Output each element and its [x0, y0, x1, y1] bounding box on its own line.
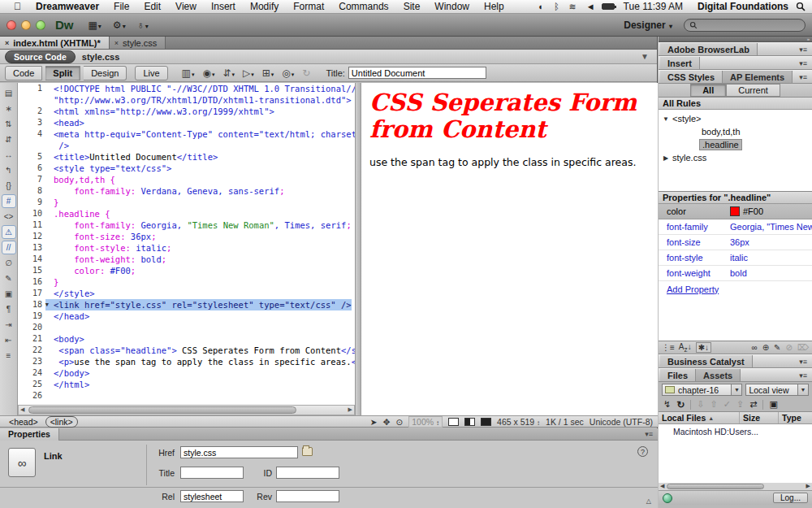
add-property-link[interactable]: Add Property [659, 281, 812, 297]
zoom-window-button[interactable] [36, 20, 45, 30]
code-horizontal-scrollbar[interactable]: ◀ ▶ [18, 405, 355, 415]
split-view-button[interactable]: Split [45, 66, 80, 80]
property-name[interactable]: font-weight [659, 268, 730, 278]
preview-in-browser-icon[interactable]: ◉▾ [198, 67, 218, 79]
collapse-selection-icon[interactable]: ⇵ [2, 132, 16, 146]
code-line[interactable]: 22 <span class="headline"> CSS Seperates… [18, 345, 355, 356]
code-line[interactable]: 14 font-weight: bold; [18, 254, 355, 265]
refresh-design-view-icon[interactable]: ↻ [298, 67, 314, 79]
browserlab-tab[interactable]: Adobe BrowserLab [660, 43, 758, 55]
wifi-icon[interactable]: ≋ [564, 2, 581, 12]
outdent-code-icon[interactable]: ⇤ [2, 333, 16, 347]
property-name[interactable]: color [659, 206, 730, 216]
menu-site[interactable]: Site [396, 1, 428, 12]
property-value[interactable]: #F00 [730, 206, 763, 216]
scroll-right-icon[interactable]: ▶ [348, 406, 352, 413]
connect-to-remote-icon[interactable]: ↯ [663, 399, 671, 410]
property-name[interactable]: font-size [659, 237, 730, 247]
code-view-icon[interactable] [448, 418, 459, 426]
code-line[interactable]: 19</head> [18, 310, 355, 322]
show-list-view-icon[interactable]: Az↓ [679, 342, 692, 354]
tag-selector-link[interactable]: <link> [45, 416, 78, 428]
properties-tab[interactable]: Properties [0, 428, 59, 441]
menu-modify[interactable]: Modify [243, 1, 286, 12]
tab-assets[interactable]: Assets [696, 369, 741, 381]
layout-switcher-icon[interactable]: ▦▾ [85, 19, 105, 32]
browserlab-panel-header[interactable]: Adobe BrowserLab ▾≡ [659, 42, 812, 56]
menu-view[interactable]: View [168, 1, 204, 12]
menu-file[interactable]: File [106, 1, 136, 12]
code-view[interactable]: 1<!DOCTYPE html PUBLIC "-//W3C//DTD XHTM… [18, 83, 355, 405]
time-machine-icon[interactable]: ◐ [533, 2, 549, 11]
tab-index-html[interactable]: × index.html (XHTML)* [0, 37, 110, 49]
column-local-files[interactable]: Local Files▲ [659, 412, 740, 423]
syntax-error-alerts-icon[interactable]: ⚠ [2, 225, 16, 239]
css-property-row[interactable]: font-size36px [659, 235, 812, 250]
highlight-invalid-code-icon[interactable]: <> [2, 210, 16, 224]
color-swatch[interactable] [730, 206, 740, 216]
check-out-files-icon[interactable]: ✓ [723, 399, 731, 410]
property-value[interactable]: bold [730, 268, 747, 278]
column-type[interactable]: Type [779, 412, 812, 423]
property-name[interactable]: font-family [659, 222, 730, 232]
window-size-select[interactable]: 465 x 519 ↕ [497, 417, 540, 427]
business-catalyst-tab[interactable]: Business Catalyst [660, 355, 753, 367]
insert-tab[interactable]: Insert [660, 57, 700, 69]
close-window-button[interactable] [6, 20, 16, 30]
property-value[interactable]: Georgia, "Times New Rom... [730, 222, 812, 232]
business-catalyst-panel-header[interactable]: Business Catalyst ▾≡ [659, 354, 812, 368]
live-view-options-icon[interactable]: ▷▾ [239, 67, 258, 79]
menubar-user[interactable]: Digital Foundations [690, 1, 796, 12]
spotlight-icon[interactable] [796, 2, 806, 11]
related-file-style-css[interactable]: style.css [82, 52, 119, 62]
close-tab-icon[interactable]: × [114, 39, 119, 47]
multiscreen-preview-icon[interactable]: ▥▾ [178, 67, 199, 79]
tab-ap-elements[interactable]: AP Elements [723, 71, 793, 83]
get-files-icon[interactable]: ⇩ [697, 399, 704, 410]
code-design-splitter[interactable] [355, 83, 361, 415]
show-category-view-icon[interactable]: ⋮≡ [662, 343, 675, 352]
code-line[interactable]: 1<!DOCTYPE html PUBLIC "-//W3C//DTD XHTM… [18, 83, 355, 94]
css-property-row[interactable]: color#F00 [659, 204, 812, 219]
open-documents-icon[interactable]: ▤ [2, 86, 16, 100]
css-property-row[interactable]: font-styleitalic [659, 250, 812, 266]
tree-toggle-icon[interactable]: ▶ [662, 154, 670, 162]
code-line[interactable]: 7body,td,th { [18, 174, 355, 185]
menu-insert[interactable]: Insert [204, 1, 243, 12]
title-input[interactable] [180, 467, 244, 479]
app-search-input[interactable] [684, 19, 806, 32]
apple-menu-icon[interactable]:  [6, 1, 28, 12]
code-line[interactable]: 15 color: #F00; [18, 265, 355, 276]
id-input[interactable] [276, 467, 339, 479]
code-line[interactable]: 8 font-family: Verdana, Geneva, sans-ser… [18, 185, 355, 197]
code-line[interactable]: /> [18, 140, 355, 151]
menu-window[interactable]: Window [427, 1, 477, 12]
code-line[interactable]: 10.headline { [18, 208, 355, 219]
help-icon[interactable]: ? [637, 446, 648, 457]
visual-aids-icon[interactable]: ◎▾ [278, 67, 298, 79]
recent-snippets-icon[interactable]: ▣ [2, 287, 16, 301]
new-css-rule-icon[interactable]: ⊕ [762, 343, 769, 352]
file-management-icon[interactable]: ⇵▾ [218, 67, 239, 79]
rule-label[interactable]: body,td,th [699, 127, 743, 137]
files-horizontal-scrollbar[interactable]: ◀ ▶ [659, 483, 812, 491]
scroll-left-icon[interactable]: ◀ [20, 406, 24, 413]
scrollbar-thumb[interactable] [667, 484, 764, 489]
code-line[interactable]: 9} [18, 197, 355, 208]
magnification-select[interactable]: 100% ↕ [408, 416, 443, 428]
rule-label[interactable]: <style> [670, 114, 703, 124]
menubar-clock[interactable]: Tue 11:39 AM [616, 1, 690, 12]
tab-files[interactable]: Files [660, 369, 696, 381]
href-input[interactable] [180, 446, 298, 458]
code-line[interactable]: 16} [18, 276, 355, 288]
select-parent-tag-icon[interactable]: ↰ [2, 163, 16, 177]
tag-selector-head[interactable]: <head> [5, 417, 42, 427]
disable-css-property-icon[interactable]: ⊘ [785, 343, 792, 352]
select-tool-icon[interactable]: ➤ [370, 417, 378, 427]
hand-tool-icon[interactable]: ✥ [383, 417, 391, 427]
browse-for-file-icon[interactable] [302, 447, 313, 456]
view-mode-select[interactable]: Local view ▼ [745, 384, 809, 396]
css-rule-body,td,th[interactable]: body,td,th [659, 125, 812, 138]
expand-files-panel-icon[interactable]: ▣ [769, 399, 777, 410]
file-row[interactable]: Macintosh HD:Users... [673, 427, 812, 436]
